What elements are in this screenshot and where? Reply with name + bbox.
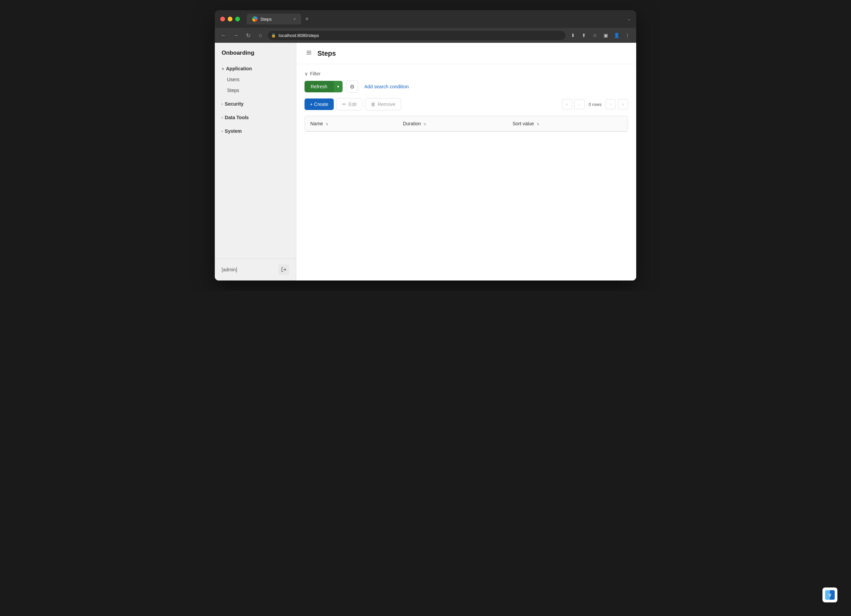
chevron-right-icon: ›	[222, 102, 223, 106]
remove-label: Remove	[377, 102, 395, 107]
column-header-duration[interactable]: Duration ⇅	[398, 116, 507, 132]
sidebar-item-users[interactable]: Users	[215, 74, 296, 85]
sidebar-section-header-security[interactable]: › Security	[215, 99, 296, 109]
sidebar-section-header-system[interactable]: › System	[215, 126, 296, 136]
chevron-down-icon: ∨	[222, 67, 224, 70]
remove-button[interactable]: 🗑 Remove	[365, 98, 401, 110]
sidebar-item-steps[interactable]: Steps	[215, 85, 296, 96]
refresh-button[interactable]: Refresh	[305, 81, 334, 92]
dropdown-arrow-icon: ▾	[337, 84, 339, 89]
sidebar-toggle-button[interactable]: ▣	[601, 31, 610, 40]
sidebar-section-data-tools: › Data Tools	[215, 111, 296, 124]
sidebar-section-label-application: Application	[226, 66, 252, 71]
profile-button[interactable]: 👤	[612, 31, 621, 40]
app-name: Onboarding	[215, 43, 296, 62]
reload-button[interactable]: ↻	[244, 31, 253, 40]
home-button[interactable]: ⌂	[256, 31, 265, 40]
maximize-window-button[interactable]	[235, 16, 240, 21]
column-name-label: Name	[310, 121, 323, 126]
edit-button[interactable]: ✏ Edit	[337, 98, 362, 110]
chevron-right-icon: ›	[222, 129, 223, 133]
sidebar-section-system: › System	[215, 124, 296, 138]
add-condition-button[interactable]: Add search condition	[362, 82, 412, 91]
pagination: « ‹ 0 rows › »	[562, 99, 628, 109]
column-header-sort-value[interactable]: Sort value ⇅	[507, 116, 628, 132]
rows-count: 0 rows	[586, 102, 604, 107]
sidebar-footer: [admin]	[215, 258, 296, 280]
toolbar-actions: ⬇ ⬆ ☆ ▣ 👤 ⋮	[568, 31, 632, 40]
data-table: Name ⇅ Duration ⇅ Sort value ⇅	[305, 116, 628, 132]
sidebar-section-label-data-tools: Data Tools	[225, 115, 249, 120]
column-duration-label: Duration	[403, 121, 421, 126]
trash-icon: 🗑	[371, 102, 376, 107]
active-tab[interactable]: Steps ×	[247, 13, 301, 24]
page-body: ∨ Filter Refresh ▾ ⚙ Add sea	[296, 64, 636, 280]
traffic-lights	[220, 16, 240, 21]
filter-chevron-icon: ∨	[305, 71, 308, 76]
refresh-button-group: Refresh ▾	[305, 81, 343, 92]
filter-section: ∨ Filter Refresh ▾ ⚙ Add sea	[305, 71, 628, 93]
username-label: [admin]	[222, 267, 237, 272]
sort-icon-name: ⇅	[326, 122, 328, 126]
minimize-window-button[interactable]	[228, 16, 233, 21]
extensions-button[interactable]: ⬇	[568, 31, 578, 40]
page-title: Steps	[317, 49, 336, 57]
tab-favicon-icon	[252, 16, 258, 22]
gear-icon: ⚙	[350, 84, 355, 90]
close-window-button[interactable]	[220, 16, 225, 21]
sidebar: Onboarding ∨ Application Users Steps › S	[215, 43, 296, 280]
forward-button[interactable]: →	[231, 31, 241, 40]
address-wrapper: 🔒	[268, 31, 565, 40]
browser-toolbar: ← → ↻ ⌂ 🔒 ⬇ ⬆ ☆ ▣ 👤 ⋮	[215, 28, 636, 43]
filter-label: Filter	[310, 71, 320, 76]
last-page-button[interactable]: »	[618, 99, 628, 109]
data-table-wrapper: Name ⇅ Duration ⇅ Sort value ⇅	[305, 116, 628, 132]
app-container: Onboarding ∨ Application Users Steps › S	[215, 43, 636, 280]
share-button[interactable]: ⬆	[579, 31, 589, 40]
tab-title: Steps	[260, 16, 272, 22]
tabs-dropdown-button[interactable]: ⌄	[627, 16, 631, 21]
chevron-right-icon: ›	[222, 116, 223, 120]
main-content: Steps ∨ Filter Refresh ▾	[296, 43, 636, 280]
pencil-icon: ✏	[342, 102, 346, 107]
logout-button[interactable]	[278, 264, 289, 275]
data-toolbar: + Create ✏ Edit 🗑 Remove « ‹ 0 rows ›	[305, 98, 628, 110]
lock-icon: 🔒	[271, 33, 276, 38]
filter-controls: Refresh ▾ ⚙ Add search condition	[305, 81, 628, 93]
address-bar[interactable]	[268, 31, 565, 40]
sort-icon-duration: ⇅	[424, 122, 426, 126]
browser-tabs: Steps × +	[247, 13, 623, 24]
sidebar-section-header-data-tools[interactable]: › Data Tools	[215, 112, 296, 123]
hamburger-icon	[306, 49, 312, 56]
browser-menu-button[interactable]: ⋮	[622, 31, 632, 40]
column-header-name[interactable]: Name ⇅	[305, 116, 398, 132]
sort-icon-sort-value: ⇅	[537, 122, 539, 126]
filter-header[interactable]: ∨ Filter	[305, 71, 628, 76]
sidebar-section-application: ∨ Application Users Steps	[215, 62, 296, 97]
sidebar-section-label-security: Security	[225, 101, 244, 106]
create-button[interactable]: + Create	[305, 99, 334, 110]
first-page-button[interactable]: «	[562, 99, 572, 109]
settings-button[interactable]: ⚙	[346, 81, 358, 93]
menu-toggle-button[interactable]	[305, 48, 313, 58]
next-page-button[interactable]: ›	[606, 99, 616, 109]
refresh-dropdown-button[interactable]: ▾	[334, 81, 343, 92]
logout-icon	[281, 267, 287, 272]
browser-window: Steps × + ⌄ ← → ↻ ⌂ 🔒 ⬇ ⬆ ☆ ▣ 👤 ⋮ Onboar…	[215, 10, 636, 280]
sidebar-section-label-system: System	[225, 128, 242, 134]
bookmark-button[interactable]: ☆	[590, 31, 600, 40]
tab-close-button[interactable]: ×	[294, 17, 296, 21]
prev-page-button[interactable]: ‹	[574, 99, 585, 109]
sidebar-item-label-steps: Steps	[227, 88, 239, 93]
table-header: Name ⇅ Duration ⇅ Sort value ⇅	[305, 116, 628, 132]
edit-label: Edit	[348, 102, 356, 107]
page-header: Steps	[296, 43, 636, 64]
sidebar-section-security: › Security	[215, 97, 296, 111]
sidebar-section-header-application[interactable]: ∨ Application	[215, 63, 296, 74]
new-tab-button[interactable]: +	[302, 14, 312, 24]
browser-titlebar: Steps × + ⌄	[215, 10, 636, 28]
column-sort-value-label: Sort value	[513, 121, 534, 126]
back-button[interactable]: ←	[219, 31, 229, 40]
sidebar-item-label-users: Users	[227, 77, 240, 82]
